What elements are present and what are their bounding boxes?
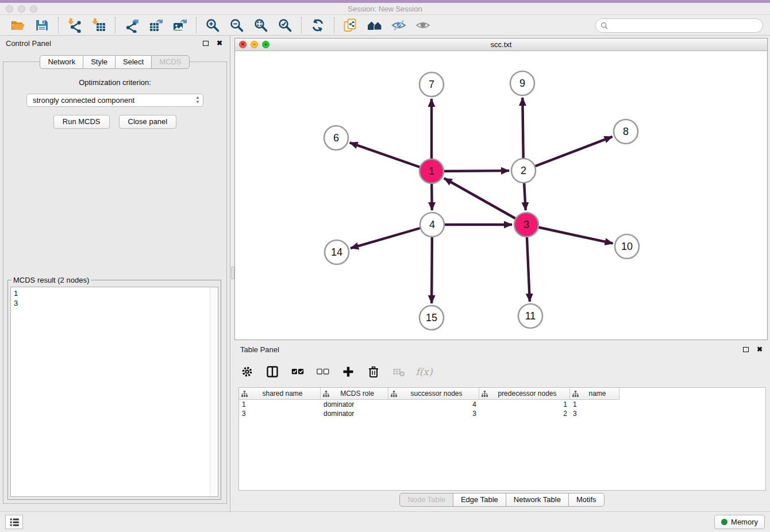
node-15[interactable]: 15 <box>419 306 444 330</box>
svg-text:8: 8 <box>623 126 629 137</box>
table-cell[interactable]: 1 <box>479 400 570 409</box>
table-row[interactable]: 1dominator411 <box>239 400 765 409</box>
edge-3-10[interactable] <box>526 225 613 244</box>
node-1[interactable]: 1 <box>419 159 444 183</box>
export-network-icon[interactable] <box>124 17 140 33</box>
tab-mcds[interactable]: MCDS <box>151 55 189 69</box>
svg-text:7: 7 <box>429 79 434 90</box>
table-options-gear-icon[interactable] <box>240 365 254 379</box>
float-panel-icon[interactable] <box>201 38 210 48</box>
function-builder-icon: f(x) <box>417 365 431 379</box>
delete-table-icon <box>392 365 406 379</box>
edge-1-6[interactable] <box>350 142 432 171</box>
show-all-eye-icon[interactable] <box>415 17 431 33</box>
node-6[interactable]: 6 <box>324 126 348 150</box>
table-cell[interactable]: 2 <box>479 409 570 418</box>
table-cell[interactable]: 1 <box>239 400 321 409</box>
import-table-icon[interactable] <box>91 17 107 33</box>
node-14[interactable]: 14 <box>325 240 349 264</box>
table-cell[interactable]: 3 <box>239 409 321 418</box>
network-canvas[interactable]: 1234678910111415 <box>235 51 767 340</box>
select-all-rows-icon[interactable] <box>291 365 305 379</box>
node-3[interactable]: 3 <box>514 213 538 237</box>
close-panel-button[interactable]: Close panel <box>119 115 177 129</box>
add-column-icon[interactable] <box>341 365 355 379</box>
search-icon <box>600 22 608 29</box>
column-header-successor-nodes[interactable]: successor nodes <box>388 388 479 399</box>
panel-divider[interactable] <box>230 36 234 511</box>
import-network-icon[interactable] <box>67 17 83 33</box>
search-input[interactable] <box>611 20 763 32</box>
zoom-fit-icon[interactable] <box>253 17 269 33</box>
tab-network[interactable]: Network <box>40 55 83 69</box>
node-9[interactable]: 9 <box>510 71 534 95</box>
copy-network-view-icon[interactable] <box>342 17 359 33</box>
houses-icon[interactable] <box>367 17 383 33</box>
edge-3-1[interactable] <box>444 178 526 225</box>
svg-text:14: 14 <box>331 246 342 258</box>
node-10[interactable]: 10 <box>615 234 639 259</box>
deselect-all-rows-icon[interactable] <box>316 365 330 379</box>
network-window-titlebar[interactable]: ✕ − ＋ scc.txt <box>235 38 767 51</box>
svg-text:10: 10 <box>621 241 633 252</box>
table-cell[interactable]: dominator <box>321 400 388 409</box>
node-7[interactable]: 7 <box>419 72 444 97</box>
search-field[interactable] <box>595 18 763 33</box>
node-table[interactable]: shared nameMCDS rolesuccessor nodesprede… <box>238 387 766 491</box>
criterion-select[interactable]: strongly connected component ▲▼ <box>26 94 203 107</box>
refresh-icon[interactable] <box>310 17 326 33</box>
node-11[interactable]: 11 <box>518 304 542 328</box>
node-8[interactable]: 8 <box>614 119 638 144</box>
float-table-panel-icon[interactable] <box>741 345 750 354</box>
run-mcds-button[interactable]: Run MCDS <box>53 115 110 129</box>
memory-button[interactable]: Memory <box>714 515 765 529</box>
control-panel-title: Control Panel <box>6 39 51 48</box>
edge-2-8[interactable] <box>523 137 613 171</box>
tab-node-table[interactable]: Node Table <box>399 493 453 507</box>
column-header-MCDS-role[interactable]: MCDS role <box>321 388 388 399</box>
table-cell[interactable]: dominator <box>321 409 388 418</box>
tab-network-table[interactable]: Network Table <box>506 493 569 507</box>
svg-text:1: 1 <box>429 165 434 177</box>
table-cell[interactable]: 3 <box>388 409 479 418</box>
table-cell[interactable]: 3 <box>570 409 619 418</box>
tab-select[interactable]: Select <box>115 55 152 69</box>
tab-motifs[interactable]: Motifs <box>568 493 605 507</box>
network-view-window: ✕ − ＋ scc.txt 1234678910111415 <box>234 38 768 340</box>
app-titlebar: Session: New Session <box>0 3 770 15</box>
zoom-in-icon[interactable] <box>205 17 221 33</box>
show-columns-icon[interactable] <box>265 365 279 379</box>
result-line: 1 <box>14 288 207 298</box>
result-scrollbar[interactable] <box>210 287 218 496</box>
memory-status-dot-icon <box>721 519 727 525</box>
open-session-icon[interactable] <box>10 17 26 33</box>
mcds-result-list[interactable]: 13 <box>10 287 218 497</box>
node-4[interactable]: 4 <box>420 213 444 237</box>
task-history-button[interactable] <box>5 515 23 529</box>
column-header-predecessor-nodes[interactable]: predecessor nodes <box>479 388 570 399</box>
tab-edge-table[interactable]: Edge Table <box>453 493 506 507</box>
save-session-icon[interactable] <box>34 17 50 33</box>
delete-column-trash-icon[interactable] <box>367 365 380 379</box>
hide-selected-eye-slash-icon[interactable] <box>391 17 407 33</box>
close-panel-icon[interactable]: ✖ <box>215 38 224 48</box>
network-graph[interactable]: 1234678910111415 <box>235 51 767 340</box>
export-image-icon[interactable] <box>172 17 188 33</box>
export-table-icon[interactable] <box>148 17 164 33</box>
table-panel: Table Panel ✖ f(x) shared nameMCDS roles… <box>234 342 770 511</box>
svg-text:4: 4 <box>429 219 435 230</box>
table-cell[interactable]: 4 <box>388 400 479 409</box>
table-body: 1dominator4113dominator323 <box>239 400 765 418</box>
table-row[interactable]: 3dominator323 <box>239 409 765 418</box>
tab-style[interactable]: Style <box>83 55 116 69</box>
table-cell[interactable]: 1 <box>570 400 619 409</box>
column-header-shared-name[interactable]: shared name <box>239 388 321 399</box>
svg-text:11: 11 <box>525 310 536 322</box>
close-table-panel-icon[interactable]: ✖ <box>755 345 764 354</box>
zoom-out-icon[interactable] <box>229 17 245 33</box>
column-header-name[interactable]: name <box>570 388 619 399</box>
node-2[interactable]: 2 <box>511 159 536 183</box>
list-icon <box>8 516 21 529</box>
result-line: 3 <box>14 298 207 308</box>
zoom-selected-icon[interactable] <box>277 17 293 33</box>
